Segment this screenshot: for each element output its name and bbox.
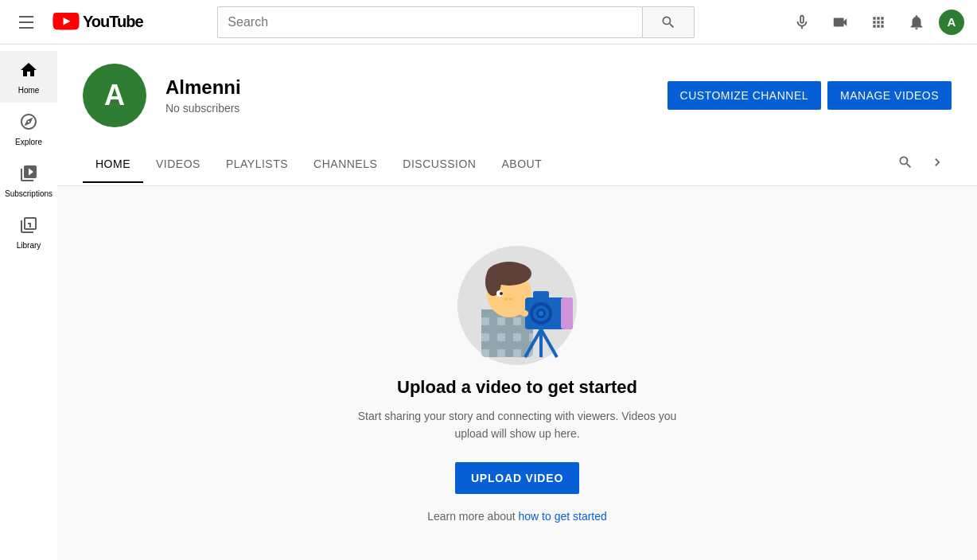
sidebar-item-library[interactable]: Library [0,206,57,258]
tab-playlists[interactable]: PLAYLISTS [213,146,301,183]
header-right: A [786,6,964,38]
learn-more-text: Learn more about how to get started [427,510,607,523]
hamburger-line [19,21,33,23]
empty-illustration [438,218,597,377]
upload-video-button[interactable]: UPLOAD VIDEO [455,462,579,494]
header-left: YouTube [13,10,172,35]
hamburger-line [19,16,33,18]
sidebar-item-explore[interactable]: Explore [0,103,57,154]
home-icon [19,60,38,83]
sidebar-subscriptions-label: Subscriptions [5,189,53,198]
search-button[interactable] [643,6,695,38]
mic-button[interactable] [786,6,818,38]
content-area: Upload a video to get started Start shar… [57,186,977,554]
sidebar-item-home[interactable]: Home [0,51,57,103]
tab-discussion[interactable]: DISCUSSION [390,146,488,183]
channel-info: A Almenni No subscribers CUSTOMIZE CHANN… [83,64,952,127]
sidebar-library-label: Library [17,241,41,250]
library-icon [19,216,38,238]
search-icon [660,14,676,30]
search-box [217,6,643,38]
empty-state-title: Upload a video to get started [397,377,637,398]
tab-more-button[interactable] [923,143,952,185]
chevron-right-icon [929,154,945,170]
create-button[interactable] [824,6,856,38]
sidebar-item-subscriptions[interactable]: Subscriptions [0,154,57,206]
sidebar: Home Explore Subscriptions Library [0,45,57,560]
tab-search-button[interactable] [888,143,923,185]
youtube-icon [53,13,80,32]
channel-name: Almenni [165,76,648,99]
tab-about[interactable]: ABOUT [488,146,555,183]
main-content: A Almenni No subscribers CUSTOMIZE CHANN… [57,45,977,560]
tab-channels[interactable]: CHANNELS [301,146,390,183]
channel-header: A Almenni No subscribers CUSTOMIZE CHANN… [57,45,977,186]
youtube-logo[interactable]: YouTube [53,13,143,32]
manage-videos-button[interactable]: MANAGE VIDEOS [827,81,952,110]
channel-tabs: HOME VIDEOS PLAYLISTS CHANNELS DISCUSSIO… [83,143,952,185]
mic-icon [793,14,811,31]
camera-icon [831,14,849,31]
channel-actions: CUSTOMIZE CHANNEL MANAGE VIDEOS [668,81,952,110]
channel-avatar-letter: A [104,79,125,112]
tab-videos[interactable]: VIDEOS [143,146,213,183]
tab-home[interactable]: HOME [83,146,143,183]
sidebar-home-label: Home [18,86,40,95]
svg-point-12 [500,292,503,295]
hamburger-line [19,27,33,29]
header: YouTube [0,0,977,45]
svg-point-14 [509,298,512,301]
svg-rect-5 [489,309,497,357]
channel-details: Almenni No subscribers [165,76,648,115]
channel-subscribers: No subscribers [165,102,648,115]
svg-point-19 [539,311,543,316]
search-input[interactable] [218,15,642,29]
notifications-button[interactable] [901,6,932,38]
channel-avatar: A [83,64,146,127]
svg-rect-21 [561,298,573,329]
sidebar-explore-label: Explore [15,138,42,146]
search-container [217,6,695,38]
empty-state-subtitle: Start sharing your story and connecting … [342,407,692,443]
svg-rect-20 [533,291,549,299]
account-avatar[interactable]: A [939,10,964,35]
subscriptions-icon [19,164,38,186]
search-tabs-icon [897,154,913,170]
svg-point-13 [504,298,508,301]
how-to-get-started-link[interactable]: how to get started [519,510,607,523]
explore-icon [19,112,38,134]
apps-button[interactable] [862,6,894,38]
bell-icon [908,14,925,31]
apps-icon [870,14,886,30]
customize-channel-button[interactable]: CUSTOMIZE CHANNEL [668,81,821,110]
menu-button[interactable] [13,10,40,35]
logo-text: YouTube [83,13,143,31]
